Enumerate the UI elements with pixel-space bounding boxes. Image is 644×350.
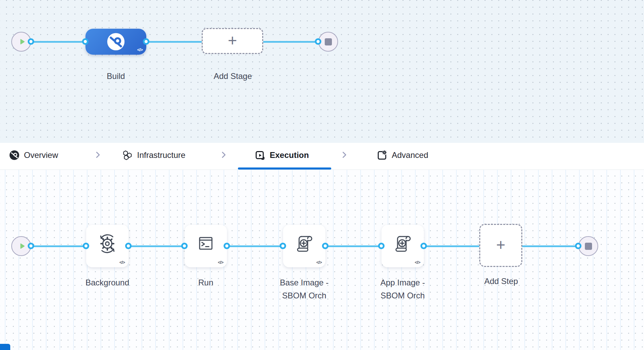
plus-icon: + [228, 32, 237, 48]
yaml-code-icon[interactable]: </> [119, 260, 125, 265]
stage-edge-line [31, 41, 318, 43]
connector-point[interactable] [143, 38, 149, 45]
square-gear-icon [377, 150, 387, 161]
tab-overview[interactable]: Overview [9, 143, 58, 167]
connector-point[interactable] [280, 243, 286, 249]
yaml-code-icon[interactable]: </> [316, 260, 322, 265]
connector-point[interactable] [224, 243, 230, 249]
step-label: Base Image - SBOM Orch [272, 276, 337, 302]
step-label: Background [73, 276, 142, 289]
add-stage-button[interactable]: + [202, 28, 263, 54]
step-label: App Image - SBOM Orch [370, 276, 435, 302]
connector-point[interactable] [181, 243, 188, 249]
connector-point[interactable] [83, 243, 89, 249]
hexagons-icon [122, 150, 133, 161]
chevron-right-icon [219, 150, 228, 159]
connector-point[interactable] [420, 243, 427, 249]
stop-icon [585, 243, 592, 250]
stage-tab-bar: Overview Infrastructure [0, 143, 644, 170]
stage-label: Build [82, 70, 150, 83]
connector-point[interactable] [322, 243, 328, 249]
sbom-scroll-icon [293, 232, 315, 254]
tab-infrastructure[interactable]: Infrastructure [122, 143, 185, 167]
chevron-right-icon [340, 150, 349, 159]
connector-point[interactable] [125, 243, 132, 249]
tab-execution[interactable]: Execution [255, 143, 309, 167]
stage-node-build[interactable]: </> [85, 29, 146, 55]
connector-point[interactable] [28, 243, 34, 249]
canvas-corner-button[interactable] [0, 344, 10, 350]
add-stage-label: Add Stage [199, 70, 267, 83]
tab-label: Advanced [392, 150, 428, 160]
stage-canvas[interactable]: </> + Build Add Stage [0, 0, 644, 143]
connector-point[interactable] [315, 38, 321, 45]
ci-overview-icon [9, 150, 19, 160]
connector-point[interactable] [575, 243, 581, 249]
step-label: Run [172, 276, 240, 289]
execution-canvas[interactable]: </> </> [0, 170, 644, 350]
sbom-scroll-icon [392, 232, 414, 254]
chevron-right-icon [93, 150, 102, 159]
yaml-code-icon[interactable]: </> [415, 260, 420, 265]
tab-label: Overview [24, 150, 58, 160]
tab-label: Infrastructure [137, 150, 185, 160]
play-square-icon [255, 150, 265, 161]
play-icon [18, 37, 27, 46]
connector-point[interactable] [28, 38, 34, 45]
stop-icon [325, 38, 332, 45]
step-node-run[interactable]: </> [185, 225, 227, 267]
play-icon [18, 242, 27, 251]
add-step-label: Add Step [467, 275, 535, 288]
connector-point[interactable] [378, 243, 385, 249]
step-node-app-image-sbom[interactable]: </> [381, 225, 424, 267]
tab-advanced[interactable]: Advanced [377, 143, 428, 167]
add-step-button[interactable]: + [479, 224, 522, 267]
terminal-icon [195, 232, 217, 254]
tab-label: Execution [270, 150, 309, 160]
background-sync-icon [96, 232, 119, 256]
yaml-code-icon[interactable]: </> [137, 47, 143, 52]
step-node-background[interactable]: </> [86, 225, 129, 267]
connector-point[interactable] [82, 38, 89, 45]
ci-build-icon [107, 32, 125, 51]
plus-icon: + [496, 237, 506, 253]
step-node-base-image-sbom[interactable]: </> [283, 225, 325, 267]
pipeline-studio: </> + Build Add Stage Overview [0, 0, 644, 350]
yaml-code-icon[interactable]: </> [218, 260, 223, 265]
active-tab-underline [238, 167, 331, 170]
